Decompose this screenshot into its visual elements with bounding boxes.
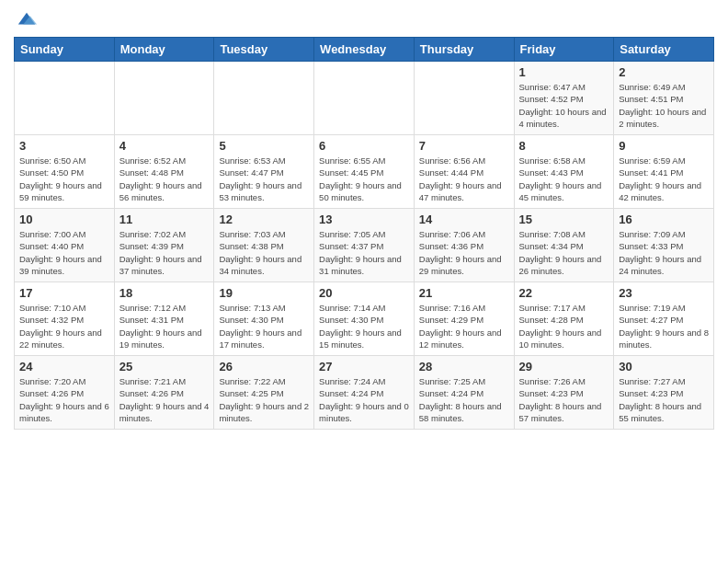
day-info: Sunrise: 7:25 AM Sunset: 4:24 PM Dayligh…: [419, 375, 509, 424]
day-number: 12: [219, 213, 309, 226]
day-cell: 18Sunrise: 7:12 AM Sunset: 4:31 PM Dayli…: [114, 282, 214, 356]
day-info: Sunrise: 6:53 AM Sunset: 4:47 PM Dayligh…: [219, 155, 309, 203]
day-cell: 8Sunrise: 6:58 AM Sunset: 4:43 PM Daylig…: [514, 135, 614, 209]
day-cell: 15Sunrise: 7:08 AM Sunset: 4:34 PM Dayli…: [514, 209, 614, 282]
day-info: Sunrise: 7:26 AM Sunset: 4:23 PM Dayligh…: [519, 375, 609, 424]
day-number: 19: [219, 286, 309, 300]
day-info: Sunrise: 6:58 AM Sunset: 4:43 PM Dayligh…: [519, 155, 609, 203]
day-info: Sunrise: 7:22 AM Sunset: 4:25 PM Dayligh…: [219, 375, 309, 424]
day-cell: [15, 62, 115, 135]
day-number: 22: [519, 286, 609, 300]
day-number: 26: [219, 360, 309, 373]
day-info: Sunrise: 7:21 AM Sunset: 4:26 PM Dayligh…: [119, 375, 210, 424]
week-row-2: 3Sunrise: 6:50 AM Sunset: 4:50 PM Daylig…: [15, 135, 714, 209]
day-cell: 9Sunrise: 6:59 AM Sunset: 4:41 PM Daylig…: [614, 135, 714, 209]
column-header-wednesday: Wednesday: [314, 38, 415, 62]
day-info: Sunrise: 7:12 AM Sunset: 4:31 PM Dayligh…: [119, 302, 210, 350]
day-info: Sunrise: 6:52 AM Sunset: 4:48 PM Dayligh…: [119, 155, 210, 203]
day-cell: [414, 62, 514, 135]
day-cell: 28Sunrise: 7:25 AM Sunset: 4:24 PM Dayli…: [414, 356, 514, 430]
day-cell: 29Sunrise: 7:26 AM Sunset: 4:23 PM Dayli…: [514, 356, 614, 430]
day-number: 14: [419, 213, 509, 226]
column-header-monday: Monday: [114, 38, 214, 62]
calendar-body: 1Sunrise: 6:47 AM Sunset: 4:52 PM Daylig…: [15, 62, 714, 430]
day-info: Sunrise: 6:50 AM Sunset: 4:50 PM Dayligh…: [19, 155, 109, 203]
column-header-thursday: Thursday: [414, 38, 514, 62]
day-number: 16: [619, 213, 709, 226]
header-row: SundayMondayTuesdayWednesdayThursdayFrid…: [15, 38, 714, 62]
day-number: 11: [119, 213, 210, 226]
day-number: 23: [619, 286, 709, 300]
day-info: Sunrise: 6:56 AM Sunset: 4:44 PM Dayligh…: [419, 155, 509, 203]
day-number: 28: [419, 360, 509, 373]
day-cell: 4Sunrise: 6:52 AM Sunset: 4:48 PM Daylig…: [114, 135, 214, 209]
day-cell: 11Sunrise: 7:02 AM Sunset: 4:39 PM Dayli…: [114, 209, 214, 282]
day-cell: 10Sunrise: 7:00 AM Sunset: 4:40 PM Dayli…: [15, 209, 115, 282]
day-number: 30: [619, 360, 709, 373]
day-cell: 1Sunrise: 6:47 AM Sunset: 4:52 PM Daylig…: [514, 62, 614, 135]
day-number: 6: [319, 139, 409, 153]
day-info: Sunrise: 6:55 AM Sunset: 4:45 PM Dayligh…: [319, 155, 409, 203]
day-number: 9: [619, 139, 709, 153]
day-cell: 25Sunrise: 7:21 AM Sunset: 4:26 PM Dayli…: [114, 356, 214, 430]
week-row-3: 10Sunrise: 7:00 AM Sunset: 4:40 PM Dayli…: [15, 209, 714, 282]
day-number: 8: [519, 139, 609, 153]
day-info: Sunrise: 7:13 AM Sunset: 4:30 PM Dayligh…: [219, 302, 309, 350]
day-cell: 30Sunrise: 7:27 AM Sunset: 4:23 PM Dayli…: [614, 356, 714, 430]
day-info: Sunrise: 7:17 AM Sunset: 4:28 PM Dayligh…: [519, 302, 609, 350]
day-number: 27: [319, 360, 409, 373]
day-info: Sunrise: 7:16 AM Sunset: 4:29 PM Dayligh…: [419, 302, 509, 350]
day-cell: 22Sunrise: 7:17 AM Sunset: 4:28 PM Dayli…: [514, 282, 614, 356]
day-number: 1: [519, 65, 609, 79]
day-cell: 20Sunrise: 7:14 AM Sunset: 4:30 PM Dayli…: [314, 282, 415, 356]
day-number: 25: [119, 360, 210, 373]
day-cell: 19Sunrise: 7:13 AM Sunset: 4:30 PM Dayli…: [214, 282, 314, 356]
day-number: 13: [319, 213, 409, 226]
day-number: 2: [619, 65, 709, 79]
column-header-saturday: Saturday: [614, 38, 714, 62]
week-row-5: 24Sunrise: 7:20 AM Sunset: 4:26 PM Dayli…: [15, 356, 714, 430]
day-info: Sunrise: 7:05 AM Sunset: 4:37 PM Dayligh…: [319, 228, 409, 277]
day-cell: 2Sunrise: 6:49 AM Sunset: 4:51 PM Daylig…: [614, 62, 714, 135]
day-info: Sunrise: 7:02 AM Sunset: 4:39 PM Dayligh…: [119, 228, 210, 277]
day-info: Sunrise: 7:08 AM Sunset: 4:34 PM Dayligh…: [519, 228, 609, 277]
day-cell: 14Sunrise: 7:06 AM Sunset: 4:36 PM Dayli…: [414, 209, 514, 282]
day-info: Sunrise: 7:19 AM Sunset: 4:27 PM Dayligh…: [619, 302, 709, 350]
day-number: 15: [519, 213, 609, 226]
day-cell: [214, 62, 314, 135]
day-cell: 5Sunrise: 6:53 AM Sunset: 4:47 PM Daylig…: [214, 135, 314, 209]
day-info: Sunrise: 7:03 AM Sunset: 4:38 PM Dayligh…: [219, 228, 309, 277]
day-number: 29: [519, 360, 609, 373]
day-cell: 27Sunrise: 7:24 AM Sunset: 4:24 PM Dayli…: [314, 356, 415, 430]
day-cell: 6Sunrise: 6:55 AM Sunset: 4:45 PM Daylig…: [314, 135, 415, 209]
day-info: Sunrise: 6:49 AM Sunset: 4:51 PM Dayligh…: [619, 81, 709, 130]
day-info: Sunrise: 7:06 AM Sunset: 4:36 PM Dayligh…: [419, 228, 509, 277]
day-cell: 24Sunrise: 7:20 AM Sunset: 4:26 PM Dayli…: [15, 356, 115, 430]
day-number: 17: [19, 286, 109, 300]
day-number: 4: [119, 139, 210, 153]
day-number: 3: [19, 139, 109, 153]
day-info: Sunrise: 7:20 AM Sunset: 4:26 PM Dayligh…: [19, 375, 109, 424]
logo-icon: [17, 9, 37, 29]
day-cell: 12Sunrise: 7:03 AM Sunset: 4:38 PM Dayli…: [214, 209, 314, 282]
day-info: Sunrise: 7:14 AM Sunset: 4:30 PM Dayligh…: [319, 302, 409, 350]
day-cell: 21Sunrise: 7:16 AM Sunset: 4:29 PM Dayli…: [414, 282, 514, 356]
calendar-header: SundayMondayTuesdayWednesdayThursdayFrid…: [15, 38, 714, 62]
day-cell: 7Sunrise: 6:56 AM Sunset: 4:44 PM Daylig…: [414, 135, 514, 209]
day-cell: 17Sunrise: 7:10 AM Sunset: 4:32 PM Dayli…: [15, 282, 115, 356]
column-header-sunday: Sunday: [15, 38, 115, 62]
day-number: 10: [19, 213, 109, 226]
day-info: Sunrise: 7:09 AM Sunset: 4:33 PM Dayligh…: [619, 228, 709, 277]
day-cell: 26Sunrise: 7:22 AM Sunset: 4:25 PM Dayli…: [214, 356, 314, 430]
day-number: 18: [119, 286, 210, 300]
logo: [14, 9, 37, 29]
day-number: 24: [19, 360, 109, 373]
day-cell: 16Sunrise: 7:09 AM Sunset: 4:33 PM Dayli…: [614, 209, 714, 282]
day-number: 5: [219, 139, 309, 153]
day-info: Sunrise: 7:10 AM Sunset: 4:32 PM Dayligh…: [19, 302, 109, 350]
day-number: 21: [419, 286, 509, 300]
header: [14, 9, 714, 29]
day-number: 7: [419, 139, 509, 153]
day-cell: [114, 62, 214, 135]
column-header-friday: Friday: [514, 38, 614, 62]
